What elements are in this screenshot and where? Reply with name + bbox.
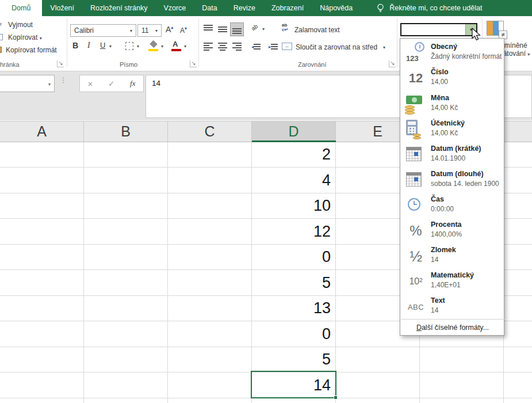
align-top-icon	[204, 25, 213, 34]
percentage-format-icon: %	[404, 219, 428, 242]
align-middle-icon	[218, 25, 227, 34]
column-header-a[interactable]: A	[0, 121, 84, 142]
formula-bar-grip[interactable]: ⋮	[60, 76, 67, 84]
group-divider	[67, 18, 67, 67]
name-box[interactable]: ▾	[0, 75, 55, 92]
cell-d2[interactable]: 4	[252, 168, 335, 193]
tab-rozlozeni-stranky[interactable]: Rozložení stránky	[82, 0, 155, 16]
merge-center-button[interactable]: Sloučit a zarovnat na střed	[296, 43, 377, 51]
cell-d9[interactable]: 5	[252, 347, 335, 372]
cell-d6[interactable]: 5	[252, 271, 335, 295]
cut-button[interactable]: Vyjmout	[8, 21, 33, 29]
format-option-short-date[interactable]: Datum (krátké) 14.01.1900	[401, 142, 503, 168]
column-header-b[interactable]: B	[84, 121, 168, 142]
tab-napoveda[interactable]: Nápověda	[312, 0, 361, 16]
column-header-d[interactable]: D	[252, 121, 336, 142]
cell-d7[interactable]: 13	[252, 296, 335, 321]
tab-vzorce[interactable]: Vzorce	[155, 0, 194, 16]
copy-icon	[0, 34, 3, 40]
align-middle-button[interactable]	[216, 22, 229, 36]
ribbon-tab-bar: Domů Vložení Rozložení stránky Vzorce Da…	[0, 0, 532, 16]
merge-center-chevron[interactable]: ▾	[383, 45, 385, 50]
scissors-icon: ✂	[0, 20, 2, 29]
column-header-g[interactable]	[504, 121, 532, 142]
number-format-value	[401, 24, 465, 35]
align-right-button[interactable]	[230, 40, 244, 54]
tab-revize[interactable]: Revize	[225, 0, 263, 16]
name-box-chevron[interactable]: ▾	[48, 82, 51, 87]
format-option-fraction[interactable]: ½ Zlomek 14	[401, 244, 503, 269]
font-size-combobox[interactable]: 11 ▾	[137, 24, 162, 37]
cancel-button[interactable]: ×	[87, 79, 93, 89]
excel-window: Domů Vložení Rozložení stránky Vzorce Da…	[0, 0, 532, 403]
column-header-c[interactable]: C	[168, 121, 252, 142]
increase-indent-button[interactable]: ▸	[266, 40, 280, 54]
format-option-time[interactable]: Čas 0:00:00	[401, 193, 503, 218]
decrease-indent-button[interactable]: ◂	[249, 40, 263, 54]
general-format-icon: 123	[404, 41, 428, 64]
format-option-general[interactable]: 123 Obecný Žádný konkrétní formát	[401, 40, 503, 66]
wrap-text-icon: abc↵	[282, 23, 288, 32]
chevron-down-icon: ▾	[127, 28, 136, 33]
triangle-down-icon: ▾	[185, 26, 187, 31]
decrease-font-button[interactable]: A▾	[180, 26, 187, 35]
indent-lines-icon	[254, 44, 261, 50]
format-option-scientific[interactable]: 10² Matematický 1,40E+01	[401, 269, 503, 294]
copy-button[interactable]: Kopírovat ▾	[8, 33, 42, 41]
align-left-icon	[204, 43, 213, 51]
font-color-red-bar	[171, 49, 181, 51]
format-option-text[interactable]: ABC Text 14	[401, 294, 503, 320]
font-dialog-launcher[interactable]: ↘	[190, 60, 197, 67]
borders-menu-chevron[interactable]: ▾	[137, 44, 139, 49]
insert-function-button[interactable]: fx	[130, 79, 135, 88]
format-option-accounting[interactable]: Účetnický 14,00 Kč	[401, 117, 503, 142]
format-option-percentage[interactable]: % Procenta 1400,00%	[401, 218, 503, 244]
formula-buttons: × ✓ fx	[79, 75, 144, 92]
italic-button[interactable]: I	[87, 41, 90, 50]
cell-d5[interactable]: 0	[252, 245, 335, 269]
align-top-button[interactable]	[201, 22, 215, 36]
tell-me-box[interactable]: Řekněte mi, co chcete udělat	[377, 0, 482, 16]
long-date-format-icon	[404, 169, 428, 192]
triangle-up-icon: ▴	[171, 25, 173, 30]
font-color-chevron[interactable]: ▾	[184, 44, 186, 49]
increase-font-button[interactable]: A▴	[166, 25, 173, 34]
underline-button[interactable]: U	[100, 41, 105, 50]
align-bottom-button[interactable]	[230, 22, 244, 36]
alignment-dialog-launcher[interactable]: ↘	[389, 60, 396, 67]
number-format-combobox[interactable]: ▾	[400, 23, 477, 36]
cell-d4[interactable]: 12	[252, 219, 335, 244]
orientation-button[interactable]: ab	[250, 23, 259, 32]
tab-zobrazeni[interactable]: Zobrazení	[263, 0, 312, 16]
chevron-down-icon: ▾	[152, 28, 161, 33]
conditional-formatting-icon: ≠	[487, 21, 507, 39]
alignment-group-label: Zarovnání	[298, 61, 327, 68]
format-option-currency[interactable]: Měna 14,00 Kč	[401, 92, 503, 117]
format-painter-button[interactable]: Kopírovat formát	[6, 46, 57, 54]
tell-me-label: Řekněte mi, co chcete udělat	[389, 4, 482, 12]
underline-menu-chevron[interactable]: ▾	[109, 44, 112, 49]
format-option-long-date[interactable]: Datum (dlouhé) sobota 14. leden 1900	[401, 168, 503, 193]
clipboard-group-label: hránka	[0, 61, 20, 68]
wrap-text-button[interactable]: Zalamovat text	[294, 26, 340, 34]
clipboard-dialog-launcher[interactable]: ↘	[57, 60, 64, 67]
tab-vlozeni[interactable]: Vložení	[42, 0, 82, 16]
font-name-combobox[interactable]: Calibri ▾	[70, 24, 136, 37]
fill-handle[interactable]	[334, 396, 338, 400]
bold-button[interactable]: B	[72, 41, 78, 50]
time-format-icon	[404, 194, 428, 217]
number-format-icon: 12	[404, 67, 428, 90]
borders-button[interactable]	[125, 42, 133, 50]
fill-color-chevron[interactable]: ▾	[161, 44, 163, 49]
enter-button[interactable]: ✓	[108, 79, 114, 88]
align-left-button[interactable]	[201, 40, 215, 54]
cell-d1[interactable]: 2	[252, 142, 335, 167]
format-option-number[interactable]: 12 Číslo 14,00	[401, 66, 503, 91]
tab-data[interactable]: Data	[194, 0, 225, 16]
orientation-chevron[interactable]: ▾	[262, 26, 265, 32]
cell-d3[interactable]: 10	[252, 193, 335, 218]
align-center-button[interactable]	[216, 40, 229, 54]
more-number-formats-button[interactable]: Další číselné formáty...	[401, 321, 504, 335]
tab-domu[interactable]: Domů	[0, 0, 42, 16]
cell-d8[interactable]: 0	[252, 322, 335, 347]
